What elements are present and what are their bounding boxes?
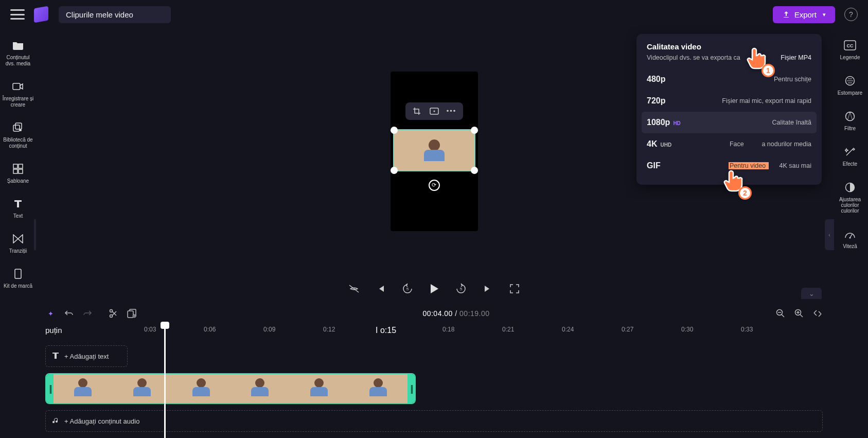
sidebar-item-brandkit[interactable]: Kit de marcă (0, 268, 36, 289)
ruler-tick: 0:21 (502, 326, 514, 333)
sidebar-label: Înregistrare și creare (0, 96, 36, 108)
zoom-in-icon[interactable] (794, 308, 804, 319)
resize-handle[interactable] (391, 127, 398, 134)
rsidebar-item-color-adjust[interactable]: Ajustarea culorilor culorilor (832, 181, 868, 214)
captions-icon: CC (844, 39, 856, 51)
project-title-input[interactable] (59, 6, 171, 23)
preview-area: ••• ⟳ Calitatea video Videoclipul dvs. s… (36, 29, 832, 273)
svg-point-10 (433, 110, 435, 112)
svg-text:5: 5 (406, 287, 409, 291)
rsidebar-item-fade[interactable]: Estompare (832, 75, 868, 96)
undo-icon[interactable] (64, 308, 74, 319)
sidebar-label: Șabloane (6, 178, 30, 184)
camera-icon (12, 80, 24, 93)
tutorial-badge-2: 2 (738, 186, 752, 200)
hamburger-menu-icon[interactable] (10, 9, 25, 20)
clip-toolbar: ••• (405, 102, 463, 120)
text-icon (12, 198, 24, 210)
effects-icon (844, 146, 856, 158)
folder-icon (12, 39, 24, 51)
sidebar-item-transitions[interactable]: Tranziții (0, 233, 36, 254)
ruler-tick: 0:18 (442, 326, 454, 333)
export-button[interactable]: Export ▾ (773, 6, 835, 23)
quality-desc: Face a nodurilor media (730, 141, 811, 148)
clip-grip-left[interactable]: || (46, 374, 54, 403)
rewind-5-icon[interactable]: 5 (401, 283, 414, 295)
quality-desc: Pentru video 4K sau mai (729, 162, 811, 169)
duplicate-icon[interactable] (127, 308, 137, 319)
clip-grip-right[interactable]: || (408, 374, 415, 403)
svg-rect-4 (13, 164, 17, 168)
left-sidebar: Conținutul dvs. media Înregistrare și cr… (0, 29, 36, 438)
track-placeholder: + Adăugați text (64, 353, 109, 360)
sidebar-item-record[interactable]: Înregistrare și creare (0, 80, 36, 108)
resize-handle[interactable] (391, 167, 398, 174)
rotate-icon[interactable]: ⟳ (429, 180, 440, 191)
brandkit-icon (12, 268, 24, 280)
ruler-tick: 0:12 (323, 326, 335, 333)
video-track[interactable]: || || (45, 373, 823, 404)
sidebar-item-library[interactable]: Bibliotecă de conținut (0, 121, 36, 149)
rsidebar-item-speed[interactable]: Viteză (832, 228, 868, 249)
collapse-rsidebar-toggle[interactable]: ‹ (825, 219, 834, 250)
ai-sparkle-icon[interactable]: ✦ (45, 308, 56, 319)
svg-rect-5 (19, 164, 23, 168)
redo-icon[interactable] (82, 308, 93, 319)
text-track-empty[interactable]: + Adăugați text (45, 345, 128, 367)
rsidebar-item-captions[interactable]: CC Legende (832, 39, 868, 60)
playback-time: 00:04.00 / 00:19.00 (145, 309, 767, 318)
svg-point-24 (849, 237, 851, 239)
speed-icon (844, 228, 856, 240)
audio-track-empty[interactable]: + Adăugați conținut audio (45, 410, 823, 432)
rsidebar-item-filters[interactable]: Filtre (832, 110, 868, 131)
sidebar-label: Text (12, 213, 24, 219)
quality-label: 480p (647, 75, 665, 84)
rsidebar-item-effects[interactable]: Efecte (832, 146, 868, 167)
resize-handle[interactable] (471, 127, 478, 134)
skip-back-icon[interactable] (375, 283, 387, 295)
split-icon[interactable] (108, 308, 118, 319)
quality-desc: Fișier mai mic, export mai rapid (722, 97, 811, 104)
sidebar-item-templates[interactable]: Șabloane (0, 163, 36, 184)
quality-option-gif[interactable]: GIF Pentru video 4K sau mai (642, 155, 817, 177)
rsidebar-label: Ajustarea culorilor culorilor (832, 197, 868, 214)
zoom-out-icon[interactable] (775, 308, 786, 319)
quality-label: 4K (647, 139, 657, 149)
ruler-zoom-label: puțin (45, 326, 62, 335)
timeline-collapse-toggle[interactable]: ⌄ (801, 288, 822, 299)
timeline-ruler[interactable]: puțin 0:03 0:06 0:09 0:12 I o:15 0:18 0:… (36, 323, 832, 340)
rsidebar-label: Estompare (838, 90, 862, 96)
more-icon[interactable]: ••• (447, 107, 457, 116)
ruler-tick: 0:24 (562, 326, 574, 333)
skip-forward-icon[interactable] (482, 283, 494, 295)
sidebar-item-text[interactable]: Text (0, 198, 36, 219)
svg-point-3 (20, 129, 22, 131)
fit-icon[interactable] (429, 107, 439, 116)
quality-option-480p[interactable]: 480p Pentru schițe (642, 68, 817, 90)
fit-timeline-icon[interactable] (812, 308, 823, 319)
help-icon[interactable]: ? (844, 8, 858, 21)
selected-clip[interactable] (393, 129, 475, 171)
rsidebar-label: Efecte (843, 161, 857, 167)
resize-handle[interactable] (471, 167, 478, 174)
timeline-toolbar: ✦ 00:04.00 / 00:19.00 (36, 304, 832, 323)
ruler-tick: 0:27 (622, 326, 633, 333)
crop-icon[interactable] (412, 107, 422, 116)
quality-option-4k[interactable]: 4KUHD Face a nodurilor media (642, 133, 817, 155)
sidebar-item-media[interactable]: Conținutul dvs. media (0, 39, 36, 67)
export-subtitle: Videoclipul dvs. se va exporta ca (647, 54, 740, 61)
video-canvas[interactable]: ••• ⟳ (391, 72, 478, 231)
hide-preview-icon[interactable] (348, 283, 360, 295)
player-controls: 5 5 (36, 273, 832, 304)
quality-option-720p[interactable]: 720p Fișier mai mic, export mai rapid (642, 90, 817, 112)
forward-5-icon[interactable]: 5 (455, 283, 467, 295)
sidebar-label: Kit de marcă (3, 283, 33, 289)
svg-text:5: 5 (459, 287, 462, 291)
play-icon[interactable] (428, 283, 440, 295)
playhead[interactable] (164, 323, 166, 438)
ruler-tick: 0:09 (263, 326, 275, 333)
contrast-icon (844, 181, 856, 194)
chevron-down-icon: ▾ (823, 11, 826, 18)
quality-option-1080p[interactable]: 1080pHD Calitate înaltă (642, 112, 817, 133)
fullscreen-icon[interactable] (508, 283, 521, 295)
